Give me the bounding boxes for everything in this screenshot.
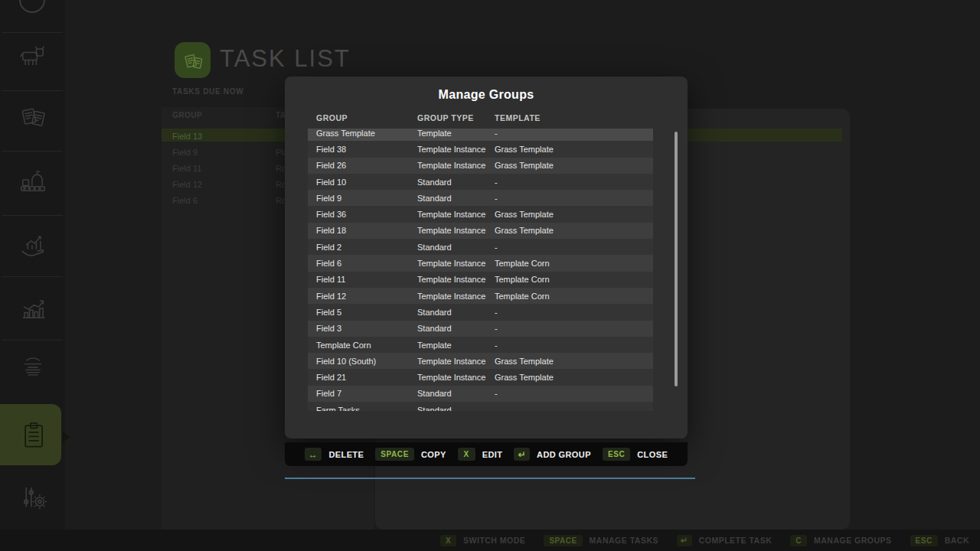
hotkey-hint: SPACE MANAGE TASKS bbox=[544, 535, 658, 546]
group-table-body: Grass Template Template - Field 38 Templ… bbox=[308, 129, 653, 411]
sidebar-item-contracts[interactable] bbox=[0, 99, 65, 133]
group-table-row[interactable]: Field 10 (South) Template Instance Grass… bbox=[308, 353, 653, 369]
group-table-row[interactable]: Field 21 Template Instance Grass Templat… bbox=[308, 369, 653, 385]
action-label: ADD GROUP bbox=[537, 450, 591, 459]
group-table-row[interactable]: Field 11 Template Instance Template Corn bbox=[308, 272, 653, 288]
cell-group-type: Standard bbox=[417, 324, 495, 333]
sidebar-item-market-growth[interactable] bbox=[0, 227, 65, 260]
hotkey-hint: ESC BACK bbox=[910, 535, 969, 546]
sidebar bbox=[0, 0, 65, 551]
cell-template: - bbox=[495, 194, 653, 203]
action-button[interactable]: ↵ ADD GROUP bbox=[514, 448, 590, 461]
bg-cell-group: Field 11 bbox=[172, 164, 201, 173]
sidebar-divider bbox=[2, 151, 63, 152]
hotkey-hint: C MANAGE GROUPS bbox=[790, 535, 891, 546]
bottom-hotkey-bar: X SWITCH MODE SPACE MANAGE TASKS ↵ COMPL… bbox=[0, 530, 980, 551]
sidebar-item-tuning[interactable] bbox=[0, 480, 65, 514]
modal-title: Manage Groups bbox=[285, 77, 688, 102]
hotkey-badge: SPACE bbox=[544, 535, 582, 546]
group-table-row[interactable]: Field 6 Template Instance Template Corn bbox=[308, 255, 653, 271]
action-button[interactable]: X EDIT bbox=[458, 448, 503, 461]
cell-template: - bbox=[495, 341, 653, 350]
cell-template: - bbox=[495, 129, 653, 138]
group-table-row[interactable]: Field 36 Template Instance Grass Templat… bbox=[308, 206, 653, 222]
group-table-row[interactable]: Farm Tasks Standard bbox=[308, 402, 653, 411]
action-button[interactable]: ↔ DELETE bbox=[305, 448, 364, 461]
hotkey-badge: X bbox=[440, 535, 456, 546]
group-table-row[interactable]: Field 9 Standard - bbox=[308, 190, 653, 206]
sidebar-item-task-list[interactable] bbox=[0, 416, 65, 450]
task-list-papers-icon bbox=[178, 46, 207, 75]
tuning-icon bbox=[15, 480, 51, 514]
sidebar-item-statistics[interactable] bbox=[0, 291, 65, 324]
cell-group: Farm Tasks bbox=[316, 406, 417, 411]
cell-group-type: Standard bbox=[417, 178, 495, 187]
cell-group-type: Standard bbox=[417, 308, 495, 317]
sidebar-divider bbox=[2, 276, 63, 277]
sidebar-divider bbox=[2, 215, 63, 216]
sidebar-item-production[interactable] bbox=[0, 164, 65, 197]
key-badge: X bbox=[458, 448, 475, 461]
hotkey-label: MANAGE TASKS bbox=[590, 536, 658, 545]
hotkey-label: MANAGE GROUPS bbox=[814, 536, 892, 545]
sidebar-item-brand-emblem[interactable] bbox=[0, 350, 65, 384]
cell-group: Field 12 bbox=[316, 292, 417, 301]
modal-action-bar: ↔ DELETE SPACE COPY X EDIT ↵ ADD GROUP E… bbox=[285, 442, 688, 466]
bg-column-header-group: GROUP bbox=[172, 111, 202, 119]
cell-group: Field 9 bbox=[316, 194, 417, 203]
group-table-row[interactable]: Field 18 Template Instance Grass Templat… bbox=[308, 223, 653, 239]
group-table-row[interactable]: Field 12 Template Instance Template Corn bbox=[308, 288, 653, 304]
group-table-row[interactable]: Field 26 Template Instance Grass Templat… bbox=[308, 158, 653, 174]
cell-group: Field 10 (South) bbox=[316, 357, 417, 366]
sidebar-divider bbox=[2, 32, 63, 33]
group-table-row[interactable]: Field 2 Standard - bbox=[308, 239, 653, 255]
scrollbar-thumb[interactable] bbox=[675, 132, 678, 386]
action-button[interactable]: ESC CLOSE bbox=[603, 448, 668, 461]
brand-emblem-icon bbox=[15, 350, 51, 384]
cell-template: Grass Template bbox=[495, 373, 653, 382]
group-table-row[interactable]: Grass Template Template - bbox=[308, 129, 653, 141]
sidebar-divider bbox=[2, 90, 63, 91]
cell-template: - bbox=[495, 308, 653, 317]
contracts-icon bbox=[15, 99, 51, 133]
group-table-row[interactable]: Field 7 Standard - bbox=[308, 386, 653, 402]
cell-template: Grass Template bbox=[495, 145, 653, 154]
cell-group-type: Template Instance bbox=[417, 259, 495, 268]
section-label: TASKS DUE NOW bbox=[172, 87, 243, 96]
action-button[interactable]: SPACE COPY bbox=[375, 448, 446, 461]
sidebar-item-animals[interactable] bbox=[0, 40, 65, 73]
cell-group-type: Standard bbox=[417, 389, 495, 398]
cell-group-type: Template Instance bbox=[417, 373, 495, 382]
group-table-row[interactable]: Template Corn Template - bbox=[308, 337, 653, 353]
cell-template: Grass Template bbox=[495, 357, 653, 366]
cell-group-type: Standard bbox=[417, 243, 495, 252]
cell-group: Field 2 bbox=[316, 243, 417, 252]
cell-group: Template Corn bbox=[316, 341, 417, 350]
hotkey-hint: ↵ COMPLETE TASK bbox=[677, 535, 772, 546]
column-header-template: TEMPLATE bbox=[495, 113, 653, 122]
bg-cell-group: Field 12 bbox=[172, 180, 202, 189]
cell-template: Grass Template bbox=[495, 161, 653, 170]
game-screen: TASK LIST TASKS DUE NOW GROUP TA Field 1… bbox=[0, 0, 980, 551]
group-table-row[interactable]: Field 3 Standard - bbox=[308, 321, 653, 337]
cell-template: - bbox=[495, 178, 653, 187]
group-table-row[interactable]: Field 38 Template Instance Grass Templat… bbox=[308, 141, 653, 157]
hotkey-badge: ↵ bbox=[677, 535, 692, 546]
sidebar-divider bbox=[2, 340, 63, 341]
task-list-badge bbox=[175, 42, 211, 78]
hotkey-label: SWITCH MODE bbox=[463, 536, 525, 545]
bg-cell-group: Field 9 bbox=[172, 148, 198, 157]
cell-group-type: Template Instance bbox=[417, 357, 495, 366]
production-icon bbox=[15, 164, 51, 197]
cell-group: Field 26 bbox=[316, 161, 417, 170]
task-list-icon bbox=[15, 416, 51, 450]
hotkey-label: COMPLETE TASK bbox=[699, 536, 773, 545]
cell-group: Field 38 bbox=[316, 145, 417, 154]
cell-group-type: Template Instance bbox=[417, 292, 495, 301]
group-table-row[interactable]: Field 5 Standard - bbox=[308, 304, 653, 320]
cell-group: Field 36 bbox=[316, 210, 417, 219]
action-label: DELETE bbox=[328, 450, 364, 459]
cell-group-type: Template bbox=[417, 129, 495, 138]
column-header-group: GROUP bbox=[316, 113, 417, 122]
group-table-row[interactable]: Field 10 Standard - bbox=[308, 174, 653, 190]
